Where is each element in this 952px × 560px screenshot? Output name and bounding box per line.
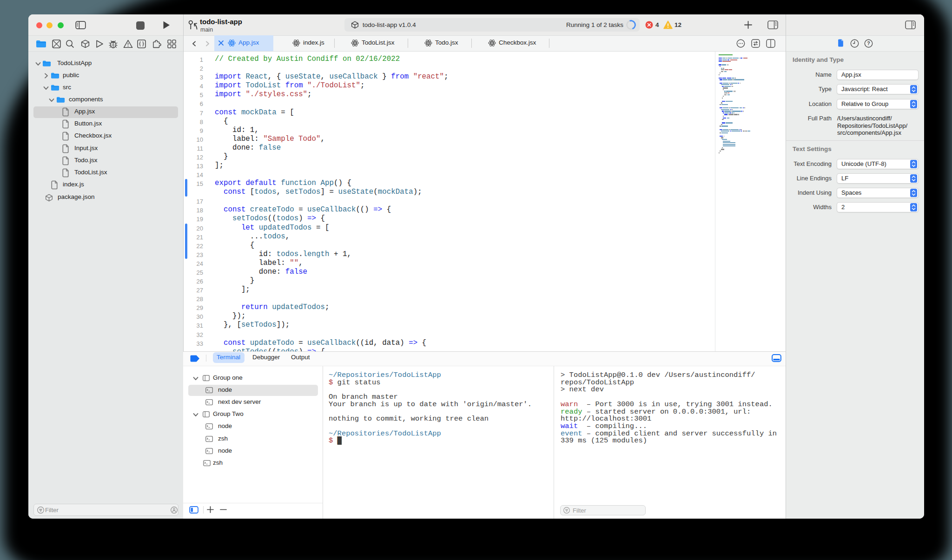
svg-text:?: ? [867,40,870,46]
